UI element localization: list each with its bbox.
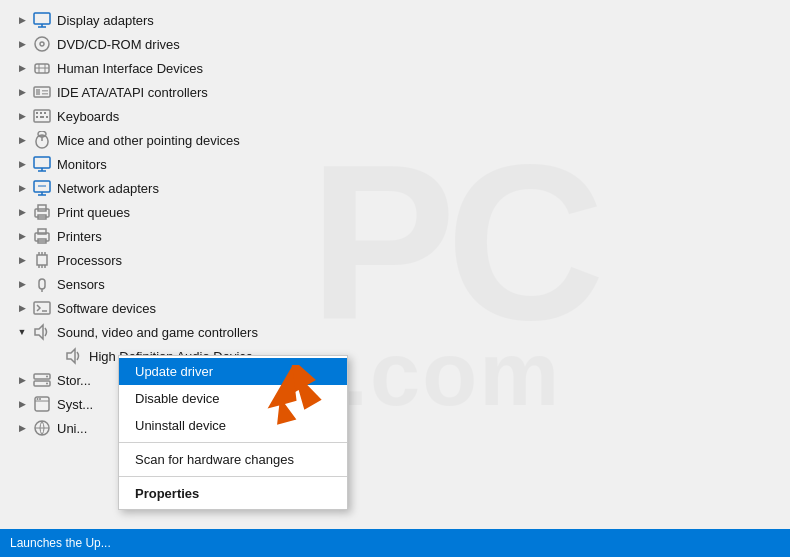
label-mice: Mice and other pointing devices [57,133,240,148]
label-network: Network adapters [57,181,159,196]
label-system: Syst... [57,397,93,412]
device-manager-window: ▶Display adapters▶DVD/CD-ROM drives▶Huma… [0,0,790,557]
svg-rect-16 [44,112,46,114]
context-menu: Update driverDisable deviceUninstall dev… [118,355,348,510]
icon-dvd-cd-rom [32,34,52,54]
expand-software-devices[interactable]: ▶ [14,300,30,316]
tree-item-ide[interactable]: ▶IDE ATA/ATAPI controllers [0,80,790,104]
expand-display-adapters[interactable]: ▶ [14,12,30,28]
svg-rect-11 [42,90,48,92]
expand-universal[interactable]: ▶ [14,420,30,436]
svg-rect-31 [38,205,46,211]
separator-after-scan-changes [119,476,347,477]
label-display-adapters: Display adapters [57,13,154,28]
icon-ide [32,82,52,102]
svg-point-55 [37,398,39,400]
icon-sensors [32,274,52,294]
expand-mice[interactable]: ▶ [14,132,30,148]
tree-item-display-adapters[interactable]: ▶Display adapters [0,8,790,32]
label-software-devices: Software devices [57,301,156,316]
svg-point-4 [40,42,44,46]
tree-item-hid[interactable]: ▶Human Interface Devices [0,56,790,80]
icon-mice [32,130,52,150]
expand-printers[interactable]: ▶ [14,228,30,244]
context-menu-item-disable-device[interactable]: Disable device [119,385,347,412]
svg-point-51 [46,376,48,378]
icon-system [32,394,52,414]
label-print-queues: Print queues [57,205,130,220]
expand-network[interactable]: ▶ [14,180,30,196]
tree-item-printers[interactable]: ▶Printers [0,224,790,248]
svg-marker-47 [35,325,43,339]
expand-sound[interactable]: ▼ [14,324,30,340]
expand-keyboards[interactable]: ▶ [14,108,30,124]
expand-print-queues[interactable]: ▶ [14,204,30,220]
expand-processors[interactable]: ▶ [14,252,30,268]
icon-universal [32,418,52,438]
icon-network [32,178,52,198]
expand-storage[interactable]: ▶ [14,372,30,388]
icon-printers [32,226,52,246]
tree-item-network[interactable]: ▶Network adapters [0,176,790,200]
svg-rect-14 [36,112,38,114]
svg-rect-19 [46,116,48,118]
tree-item-processors[interactable]: ▶Processors [0,248,790,272]
expand-hid[interactable]: ▶ [14,60,30,76]
label-hid: Human Interface Devices [57,61,203,76]
icon-hid [32,58,52,78]
icon-keyboards [32,106,52,126]
svg-rect-34 [38,229,46,234]
label-dvd-cd-rom: DVD/CD-ROM drives [57,37,180,52]
tree-item-mice[interactable]: ▶Mice and other pointing devices [0,128,790,152]
expand-dvd-cd-rom[interactable]: ▶ [14,36,30,52]
label-universal: Uni... [57,421,87,436]
label-monitors: Monitors [57,157,107,172]
tree-item-print-queues[interactable]: ▶Print queues [0,200,790,224]
label-processors: Processors [57,253,122,268]
icon-sound [32,322,52,342]
svg-point-52 [46,383,48,385]
tree-item-sound[interactable]: ▼Sound, video and game controllers [0,320,790,344]
context-menu-item-update-driver[interactable]: Update driver [119,358,347,385]
tree-item-software-devices[interactable]: ▶Software devices [0,296,790,320]
context-menu-item-scan-changes[interactable]: Scan for hardware changes [119,446,347,473]
expand-sensors[interactable]: ▶ [14,276,30,292]
tree-item-monitors[interactable]: ▶Monitors [0,152,790,176]
svg-rect-45 [34,302,50,314]
status-text: Launches the Up... [10,536,111,550]
context-menu-item-uninstall-device[interactable]: Uninstall device [119,412,347,439]
tree-item-sensors[interactable]: ▶Sensors [0,272,790,296]
svg-rect-0 [34,13,50,24]
svg-marker-48 [67,349,75,363]
svg-point-3 [35,37,49,51]
tree-item-dvd-cd-rom[interactable]: ▶DVD/CD-ROM drives [0,32,790,56]
label-ide: IDE ATA/ATAPI controllers [57,85,208,100]
expand-monitors[interactable]: ▶ [14,156,30,172]
status-bar: Launches the Up... [0,529,790,557]
icon-monitors [32,154,52,174]
svg-rect-43 [39,279,45,289]
icon-software-devices [32,298,52,318]
svg-rect-10 [36,89,40,95]
separator-after-uninstall-device [119,442,347,443]
label-keyboards: Keyboards [57,109,119,124]
svg-rect-30 [35,209,49,217]
label-printers: Printers [57,229,102,244]
expand-ide[interactable]: ▶ [14,84,30,100]
expand-system[interactable]: ▶ [14,396,30,412]
svg-rect-36 [37,255,47,265]
tree-item-keyboards[interactable]: ▶Keyboards [0,104,790,128]
svg-rect-18 [40,116,44,118]
icon-sound-sub1 [64,346,84,366]
icon-print-queues [32,202,52,222]
svg-rect-17 [36,116,38,118]
label-sound: Sound, video and game controllers [57,325,258,340]
svg-rect-12 [42,93,48,95]
svg-point-56 [39,398,41,400]
label-storage: Stor... [57,373,91,388]
icon-display-adapters [32,10,52,30]
context-menu-item-properties[interactable]: Properties [119,480,347,507]
icon-processors [32,250,52,270]
svg-rect-23 [34,157,50,168]
svg-rect-15 [40,112,42,114]
